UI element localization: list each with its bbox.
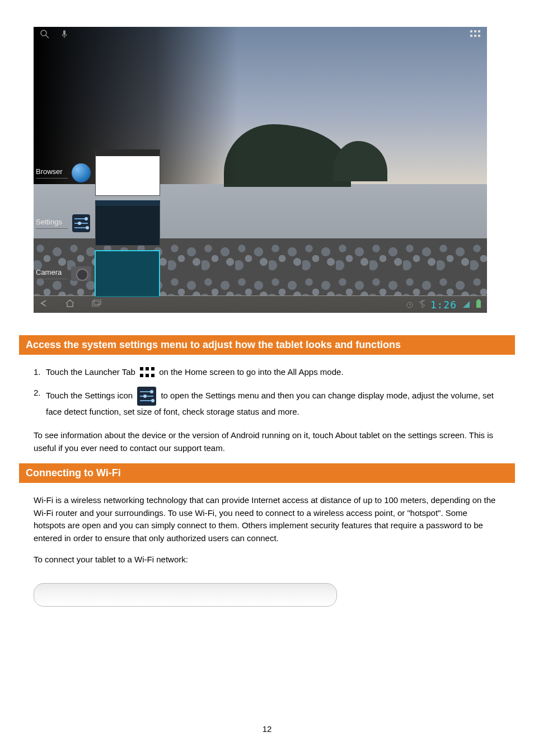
battery-icon	[476, 299, 481, 311]
recent-thumb	[95, 200, 161, 246]
svg-rect-2	[63, 30, 65, 35]
svg-rect-9	[478, 35, 480, 37]
globe-icon	[71, 162, 91, 184]
svg-rect-17	[140, 367, 143, 370]
signal-icon	[462, 299, 470, 311]
wifi-list-lead: To connect your tablet to a Wi-Fi networ…	[34, 553, 500, 566]
svg-rect-18	[146, 367, 149, 370]
recent-app-settings[interactable]: Settings	[34, 198, 162, 248]
mic-icon[interactable]	[62, 30, 67, 40]
settings-paragraph: To see information about the device or t…	[34, 429, 500, 454]
svg-point-0	[41, 30, 46, 36]
recent-app-browser[interactable]: Browser	[34, 147, 162, 198]
page-number: 12	[0, 724, 534, 734]
wifi-section-body: Wi-Fi is a wireless networking technolog…	[34, 494, 500, 566]
navigation-bar: 1:26	[34, 296, 487, 313]
recent-label: Browser	[36, 167, 68, 179]
svg-rect-22	[151, 374, 154, 377]
settings-icon	[137, 387, 156, 406]
back-icon[interactable]	[39, 299, 49, 309]
step-text: Touch the Launcher Tab	[46, 367, 138, 377]
svg-rect-7	[470, 35, 472, 37]
svg-rect-21	[146, 374, 149, 377]
sliders-icon	[71, 213, 91, 234]
svg-rect-20	[140, 374, 143, 377]
svg-rect-6	[478, 30, 480, 32]
step-1: Touch the Launcher Tab on the Home scree…	[34, 366, 500, 379]
svg-line-1	[46, 35, 49, 38]
camera-icon	[71, 263, 91, 284]
alarm-icon[interactable]	[406, 299, 414, 311]
svg-rect-4	[470, 30, 472, 32]
recent-label: Camera	[36, 268, 68, 279]
apps-grid-icon[interactable]	[470, 30, 480, 38]
svg-rect-8	[474, 35, 476, 37]
section-header-wifi: Connecting to Wi-Fi	[19, 463, 515, 483]
recent-apps-panel: Browser Settings Camera	[34, 147, 162, 299]
recent-icon[interactable]	[91, 299, 102, 309]
settings-section-body: Touch the Launcher Tab on the Home scree…	[34, 366, 500, 454]
apps-grid-icon	[140, 367, 154, 378]
home-icon[interactable]	[65, 299, 75, 310]
status-bar	[34, 27, 487, 43]
rounded-callout-band	[34, 583, 337, 607]
section-header-text: Access the system settings menu to adjus…	[26, 339, 401, 350]
svg-rect-5	[474, 30, 476, 32]
step-2: Touch the Settings icon to open the Sett…	[34, 387, 500, 419]
svg-rect-19	[151, 367, 154, 370]
bluetooth-icon[interactable]	[419, 299, 425, 311]
recent-thumb	[95, 250, 160, 297]
svg-rect-10	[92, 301, 99, 306]
clock-text[interactable]: 1:26	[430, 299, 457, 311]
svg-rect-16	[477, 299, 480, 300]
search-icon[interactable]	[40, 30, 49, 40]
svg-rect-11	[94, 299, 101, 304]
tablet-screenshot: Browser Settings Camera	[34, 27, 487, 313]
step-text: on the Home screen to go into the All Ap…	[159, 367, 343, 377]
section-header-settings: Access the system settings menu to adjus…	[19, 335, 515, 355]
section-header-text: Connecting to Wi-Fi	[26, 467, 121, 478]
recent-thumb	[95, 149, 161, 196]
recent-label: Settings	[36, 218, 68, 229]
svg-rect-15	[476, 300, 481, 308]
wifi-intro: Wi-Fi is a wireless networking technolog…	[34, 494, 500, 544]
step-text: Touch the Settings icon	[46, 390, 135, 400]
recent-app-camera[interactable]: Camera	[34, 248, 162, 299]
